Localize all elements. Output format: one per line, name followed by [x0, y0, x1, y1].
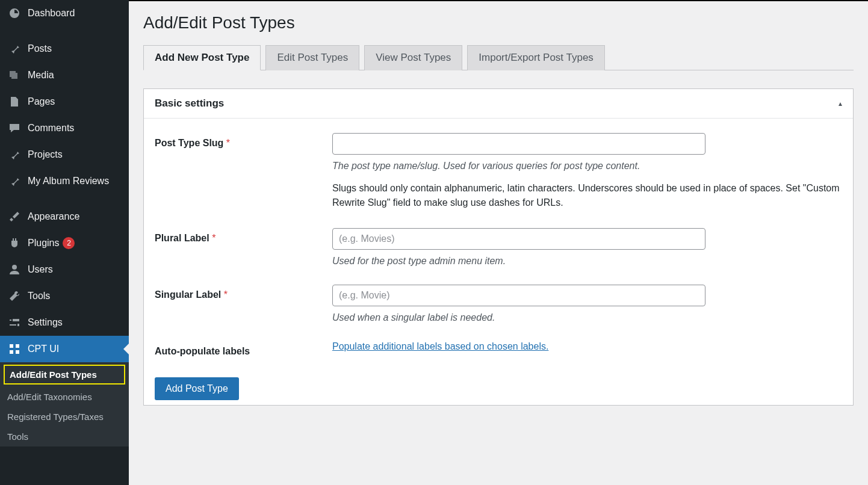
sidebar-item-label: Tools [28, 291, 50, 301]
sidebar-item-label: Dashboard [28, 8, 75, 19]
pin-icon [7, 174, 22, 188]
sidebar-item-label: Projects [28, 149, 63, 160]
user-icon [7, 262, 22, 277]
sidebar-item-tools[interactable]: Tools [0, 283, 129, 309]
plural-label: Plural Label * [155, 233, 215, 243]
submenu-add-edit-post-types[interactable]: Add/Edit Post Types [4, 365, 125, 385]
sidebar-item-posts[interactable]: Posts [0, 36, 129, 62]
panel-title: Basic settings [155, 97, 224, 110]
sidebar-item-pages[interactable]: Pages [0, 88, 129, 115]
brush-icon [7, 209, 22, 224]
svg-rect-1 [10, 344, 13, 348]
pin-icon [7, 147, 22, 162]
sidebar-item-label: Comments [28, 123, 74, 134]
main-content: Add/Edit Post Types Add New Post Type Ed… [129, 0, 868, 485]
submenu-registered-types[interactable]: Registered Types/Taxes [0, 407, 129, 427]
sidebar-item-projects[interactable]: Projects [0, 141, 129, 168]
tab-view[interactable]: View Post Types [364, 45, 462, 70]
sidebar-item-plugins[interactable]: Plugins 2 [0, 230, 129, 256]
sidebar-submenu: Add/Edit Post Types Add/Edit Taxonomies … [0, 362, 129, 446]
sidebar-item-cpt-ui[interactable]: CPT UI [0, 336, 129, 362]
panel-body: Post Type Slug * The post type name/slug… [144, 119, 853, 405]
sidebar-item-label: Settings [28, 317, 63, 328]
sliders-icon [7, 315, 22, 330]
plural-help: Used for the post type admin menu item. [332, 256, 842, 267]
slug-label: Post Type Slug * [155, 138, 230, 148]
pin-icon [7, 42, 22, 56]
page-icon [7, 94, 22, 109]
slug-input[interactable] [332, 133, 705, 155]
svg-rect-4 [16, 350, 19, 354]
slug-help: The post type name/slug. Used for variou… [332, 161, 842, 171]
row-plural-label: Plural Label * Used for the post type ad… [155, 228, 842, 267]
wrench-icon [7, 289, 22, 303]
media-icon [7, 68, 22, 82]
autopop-link[interactable]: Populate additional labels based on chos… [332, 341, 548, 351]
panel-header[interactable]: Basic settings ▴ [144, 89, 853, 119]
svg-point-0 [12, 265, 17, 270]
sidebar-item-media[interactable]: Media [0, 62, 129, 88]
plugins-update-badge: 2 [63, 237, 75, 249]
admin-sidebar: Dashboard Posts Media Pages Comments Pro… [0, 0, 129, 485]
collapse-up-icon: ▴ [839, 99, 842, 108]
sidebar-item-label: My Album Reviews [28, 176, 109, 187]
tab-add-new[interactable]: Add New Post Type [143, 45, 261, 70]
plug-icon [7, 236, 22, 250]
sidebar-item-appearance[interactable]: Appearance [0, 203, 129, 230]
autopop-label: Auto-populate labels [155, 346, 250, 356]
singular-label: Singular Label * [155, 289, 228, 300]
sidebar-item-label: Media [28, 70, 54, 81]
row-auto-populate: Auto-populate labels Populate additional… [155, 341, 842, 357]
sidebar-item-label: Pages [28, 96, 55, 107]
basic-settings-panel: Basic settings ▴ Post Type Slug * The po… [143, 88, 854, 406]
sidebar-item-label: Plugins [28, 238, 59, 249]
tab-import-export[interactable]: Import/Export Post Types [467, 45, 605, 70]
sidebar-item-album-reviews[interactable]: My Album Reviews [0, 168, 129, 194]
svg-rect-2 [16, 344, 19, 348]
grid-icon [7, 342, 22, 356]
tab-bar: Add New Post Type Edit Post Types View P… [143, 45, 854, 70]
singular-input[interactable] [332, 285, 705, 306]
sidebar-item-label: CPT UI [28, 344, 59, 354]
sidebar-item-settings[interactable]: Settings [0, 309, 129, 336]
sidebar-item-label: Posts [28, 43, 52, 54]
comment-icon [7, 121, 22, 135]
plural-input[interactable] [332, 228, 705, 250]
page-title: Add/Edit Post Types [143, 13, 854, 32]
sidebar-item-users[interactable]: Users [0, 256, 129, 283]
row-singular-label: Singular Label * Used when a singular la… [155, 285, 842, 323]
sidebar-item-dashboard[interactable]: Dashboard [0, 0, 129, 26]
sidebar-item-label: Users [28, 264, 53, 275]
sidebar-item-label: Appearance [28, 211, 79, 222]
submenu-add-edit-taxonomies[interactable]: Add/Edit Taxonomies [0, 387, 129, 407]
add-post-type-button[interactable]: Add Post Type [155, 377, 239, 400]
sidebar-item-comments[interactable]: Comments [0, 115, 129, 141]
tab-edit[interactable]: Edit Post Types [265, 45, 359, 70]
slug-description: Slugs should only contain alphanumeric, … [332, 181, 842, 210]
svg-rect-3 [10, 350, 13, 354]
submenu-tools[interactable]: Tools [0, 427, 129, 446]
dashboard-icon [7, 6, 22, 20]
row-post-type-slug: Post Type Slug * The post type name/slug… [155, 133, 842, 210]
singular-help: Used when a singular label is needed. [332, 312, 842, 323]
